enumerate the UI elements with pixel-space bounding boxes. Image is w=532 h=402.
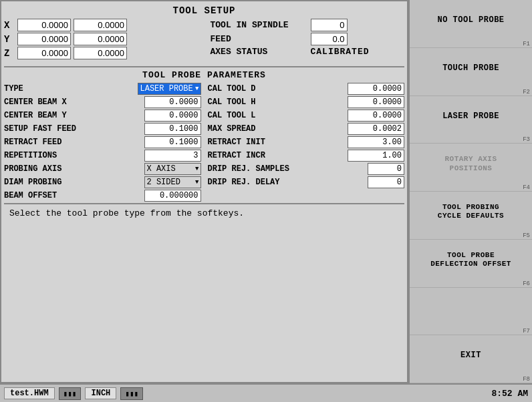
left-params-col: TYPE LASER PROBE NO TOOL PROBE TOUCH PRO… xyxy=(4,83,201,203)
param-drip-rej-samples: DRIP REJ. SAMPLES xyxy=(208,163,405,175)
type-select[interactable]: LASER PROBE NO TOOL PROBE TOUCH PROBE xyxy=(138,83,201,95)
param-retract-init: RETRACT INIT xyxy=(208,136,405,148)
param-retract-feed-label: RETRACT FEED xyxy=(4,138,61,147)
retract-init-input[interactable] xyxy=(348,136,404,148)
type-select-wrapper: LASER PROBE NO TOOL PROBE TOUCH PROBE xyxy=(138,83,201,95)
param-cal-tool-h-label: CAL TOOL H xyxy=(208,97,256,107)
statusbar: test.HWM ▮▮▮ INCH ▮▮▮ 8:52 AM xyxy=(0,383,532,402)
axes-status-value: CALIBRATED xyxy=(311,47,370,57)
repetitions-input[interactable] xyxy=(144,150,201,162)
param-center-beam-x-label: CENTER BEAM X xyxy=(4,97,67,107)
probing-axis-select[interactable]: X AXIS Y AXIS Z AXIS xyxy=(144,163,201,175)
softkey-f6-label: TOOL PROBEDEFLECTION OFFSET xyxy=(410,240,532,280)
param-type-label: TYPE xyxy=(4,84,23,93)
param-cal-tool-d-label: CAL TOOL D xyxy=(208,84,256,93)
param-beam-offset-label: BEAM OFFSET xyxy=(4,191,57,200)
setup-fast-feed-input[interactable] xyxy=(144,123,201,135)
param-setup-fast-feed: SETUP FAST FEED xyxy=(4,123,201,135)
params-title: TOOL PROBE PARAMETERS xyxy=(4,70,404,80)
param-setup-fast-feed-label: SETUP FAST FEED xyxy=(4,124,76,134)
softkeys-container: NO TOOL PROBE F1 TOUCH PROBE F2 LASER PR… xyxy=(410,0,532,383)
softkey-f2-fn: F2 xyxy=(410,89,532,95)
softkey-f1-label: NO TOOL PROBE xyxy=(410,0,532,41)
axis-row-x: X xyxy=(4,19,198,31)
kbd-icon-2: ▮▮▮ xyxy=(120,387,143,400)
param-center-beam-y-label: CENTER BEAM Y xyxy=(4,111,67,120)
param-probing-axis: PROBING AXIS X AXIS Y AXIS Z AXIS xyxy=(4,163,201,175)
axis-y-val2[interactable] xyxy=(74,33,127,45)
max-spread-input[interactable] xyxy=(348,123,404,135)
softkey-f3-fn: F3 xyxy=(410,136,532,143)
feed-input[interactable] xyxy=(311,33,348,45)
retract-incr-input[interactable] xyxy=(348,150,404,162)
center-beam-x-input[interactable] xyxy=(144,96,201,108)
param-cal-tool-h: CAL TOOL H xyxy=(208,96,405,108)
softkey-f5-fn: F5 xyxy=(410,232,532,239)
param-probing-axis-label: PROBING AXIS xyxy=(4,164,61,174)
param-retract-incr-label: RETRACT INCR xyxy=(208,151,265,160)
softkey-f7-fn: F7 xyxy=(410,328,532,335)
axis-y-val1[interactable] xyxy=(17,33,71,45)
divider-1 xyxy=(4,66,404,67)
softkey-f8[interactable]: EXIT F8 xyxy=(410,335,532,383)
softkey-f5-label: TOOL PROBINGCYCLE DEFAULTS xyxy=(410,192,532,232)
softkey-f4-label: ROTARY AXISPOSITIONS xyxy=(410,144,532,184)
tool-in-spindle-row: TOOL IN SPINDLE xyxy=(211,19,405,31)
axis-z-val1[interactable] xyxy=(17,47,71,59)
softkey-f2[interactable]: TOUCH PROBE F2 xyxy=(410,48,532,96)
feed-row: FEED xyxy=(211,33,405,45)
diam-probing-select[interactable]: 2 SIDED 1 SIDED xyxy=(144,176,201,188)
center-beam-y-input[interactable] xyxy=(144,110,201,122)
param-center-beam-x: CENTER BEAM X xyxy=(4,96,201,108)
param-cal-tool-l-label: CAL TOOL L xyxy=(208,111,256,120)
message-text: Select the tool probe type from the soft… xyxy=(9,208,244,218)
drip-rej-samples-input[interactable] xyxy=(368,163,404,175)
drip-rej-delay-input[interactable] xyxy=(368,176,404,188)
softkey-f8-label: EXIT xyxy=(410,335,532,376)
retract-feed-input[interactable] xyxy=(144,136,201,148)
softkey-f5[interactable]: TOOL PROBINGCYCLE DEFAULTS F5 xyxy=(410,192,532,240)
beam-offset-input[interactable] xyxy=(144,190,201,202)
unit: INCH xyxy=(85,387,116,399)
softkey-f6-fn: F6 xyxy=(410,280,532,287)
softkey-f4: ROTARY AXISPOSITIONS F4 xyxy=(410,144,532,192)
param-drip-rej-samples-label: DRIP REJ. SAMPLES xyxy=(208,164,289,174)
softkey-f2-label: TOUCH PROBE xyxy=(410,48,532,89)
cal-tool-l-input[interactable] xyxy=(348,110,404,122)
softkey-f1[interactable]: NO TOOL PROBE F1 xyxy=(410,0,532,48)
feed-label: FEED xyxy=(211,34,311,44)
param-drip-rej-delay: DRIP REJ. DELAY xyxy=(208,176,405,188)
param-cal-tool-d: CAL TOOL D xyxy=(208,83,405,95)
page-title: TOOL SETUP xyxy=(4,4,404,19)
params-grid: TYPE LASER PROBE NO TOOL PROBE TOUCH PRO… xyxy=(4,83,404,203)
filename: test.HWM xyxy=(4,387,55,399)
kbd-icon-1: ▮▮▮ xyxy=(59,387,82,400)
cal-tool-d-input[interactable] xyxy=(348,83,404,95)
axis-x-val1[interactable] xyxy=(17,19,71,31)
right-panel: NO TOOL PROBE F1 TOUCH PROBE F2 LASER PR… xyxy=(408,0,532,383)
main-container: TOOL SETUP X Y Z xyxy=(0,0,532,402)
tool-in-spindle-input[interactable] xyxy=(311,19,348,31)
param-retract-incr: RETRACT INCR xyxy=(208,150,405,162)
softkey-f6[interactable]: TOOL PROBEDEFLECTION OFFSET F6 xyxy=(410,240,532,288)
param-beam-offset: BEAM OFFSET xyxy=(4,190,201,202)
axis-x-val2[interactable] xyxy=(74,19,127,31)
softkey-f3[interactable]: LASER PROBE F3 xyxy=(410,96,532,144)
probing-axis-wrapper: X AXIS Y AXIS Z AXIS xyxy=(144,163,201,175)
statusbar-time: 8:52 AM xyxy=(491,389,528,399)
param-center-beam-y: CENTER BEAM Y xyxy=(4,110,201,122)
left-panel: TOOL SETUP X Y Z xyxy=(0,0,408,383)
header-section: X Y Z xyxy=(4,19,404,61)
axis-z-val2[interactable] xyxy=(74,47,127,59)
axis-label-x: X xyxy=(4,20,17,31)
status-block: TOOL IN SPINDLE FEED AXES STATUS CALIBRA… xyxy=(204,19,405,58)
axes-block: X Y Z xyxy=(4,19,198,61)
cal-tool-h-input[interactable] xyxy=(348,96,404,108)
right-params-col: CAL TOOL D CAL TOOL H CAL TOOL L xyxy=(208,83,405,203)
param-type: TYPE LASER PROBE NO TOOL PROBE TOUCH PRO… xyxy=(4,83,201,95)
axis-row-y: Y xyxy=(4,33,198,45)
axis-label-z: Z xyxy=(4,48,17,59)
param-max-spread: MAX SPREAD xyxy=(208,123,405,135)
top-area: TOOL SETUP X Y Z xyxy=(0,0,532,383)
param-retract-feed: RETRACT FEED xyxy=(4,136,201,148)
